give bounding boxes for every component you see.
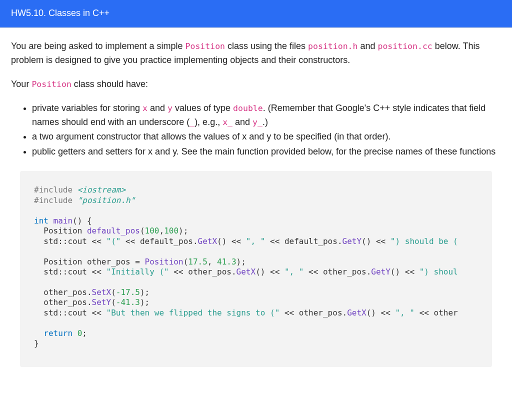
tok-function: SetX [92,288,112,297]
tok-plain: ( [111,298,116,307]
code-position: Position [32,80,71,89]
code-block: #include <iostream> #include "position.h… [20,171,492,367]
tok-plain: () << [390,267,420,276]
page-title: HW5.10. Classes in C++ [11,8,110,18]
tok-string: ") shoul [420,267,458,276]
tok-number: 0 [72,328,82,338]
tok-plain: ); [140,298,150,307]
tok-function: GetY [371,267,390,276]
requirements-list: private variables for storing x and y va… [11,102,501,160]
tok-number: 41.3 [217,257,236,266]
tok-plain: ; [82,328,87,338]
tok-plain: ( [111,288,116,297]
tok-plain: ( [184,257,188,266]
tok-plain: other_pos. [34,298,92,307]
list-item: a two argument constructor that allows t… [32,130,501,144]
tok-number: 17.5 [188,257,208,266]
tok-plain: } [34,338,39,348]
list-item: private variables for storing x and y va… [32,102,501,130]
tok-string: ", " [395,308,414,318]
tok-plain: ); [140,288,150,297]
tok-plain: () { [72,216,92,226]
tok-plain: Position [34,226,87,236]
tok-plain: << other [414,308,458,318]
code-x: x [142,104,148,113]
tok-plain: other_pos. [34,288,92,297]
list-item: public getters and setters for x and y. … [32,145,501,159]
tok-string: ") should be ( [390,236,458,246]
tok-string: "Initially (" [106,267,169,276]
li-text: values of type [172,103,233,113]
tok-plain: () << [362,236,390,246]
tok-plain: std::cout << [34,267,106,276]
tok-plain: << default_pos. [120,236,198,246]
tok-plain: Position other_pos = [34,257,145,266]
lead-text: Your [11,79,32,89]
tok-number: 100 [164,226,178,236]
li-text: .) [262,117,268,127]
code-double: double [233,104,263,113]
tok-function: GetX [198,236,218,246]
li-text: ), e.g., [194,117,222,127]
lead-paragraph: Your Position class should have: [11,78,501,92]
tok-string: ", " [284,267,304,276]
code-position-cc: position.cc [378,42,432,51]
intro-text: You are being asked to implement a simpl… [11,41,186,51]
code-x-underscore: x_ [222,118,232,127]
code-position-h: position.h [308,42,358,51]
tok-plain: () << [366,308,396,318]
tok-plain: , [208,257,217,266]
tok-plain: std::cout << [34,308,106,318]
tok-keyword: int [34,216,48,226]
li-text: private variables for storing [32,103,142,113]
page-title-banner: HW5.10. Classes in C++ [0,0,512,28]
tok-number: 100 [145,226,160,236]
tok-plain: std::cout << [34,236,106,246]
tok-plain: () << [256,267,284,276]
tok-plain: ); [236,257,246,266]
tok-number: -17.5 [116,288,140,297]
tok-function: main [48,216,72,226]
tok-function: SetY [92,298,112,307]
code-position: Position [186,42,225,51]
tok-plain: ); [178,226,188,236]
tok-string: ", " [246,236,266,246]
tok-string-include: "position.h" [78,196,136,205]
tok-string: "But then we flipped the signs to (" [106,308,280,318]
intro-paragraph: You are being asked to implement a simpl… [11,40,501,68]
tok-function: Position [145,257,184,266]
tok-plain: << default_pos. [265,236,342,246]
problem-body: You are being asked to implement a simpl… [0,28,512,367]
tok-number: -41.3 [116,298,140,307]
code-y-underscore: y_ [252,118,262,127]
li-text: and [232,117,252,127]
tok-plain: << other_pos. [169,267,236,276]
li-text: and [148,103,168,113]
tok-function: GetX [347,308,366,318]
tok-keyword: return [34,328,72,338]
tok-string: "(" [106,236,121,246]
tok-preprocessor: #include [34,185,78,194]
code-y: y [168,104,172,113]
intro-text: and [358,41,378,51]
tok-function: GetX [236,267,256,276]
tok-angle-include: <iostream> [78,185,126,194]
tok-plain: << other_pos. [304,267,371,276]
tok-plain: ( [140,226,145,236]
tok-preprocessor: #include [34,196,78,205]
tok-plain: << other_pos. [280,308,347,318]
tok-function: GetY [342,236,362,246]
code-underscore: _ [190,118,194,127]
tok-function: default_pos [87,226,140,236]
lead-text: class should have: [72,79,148,89]
tok-plain: () << [217,236,246,246]
intro-text: class using the files [225,41,308,51]
tok-plain: , [159,226,164,236]
